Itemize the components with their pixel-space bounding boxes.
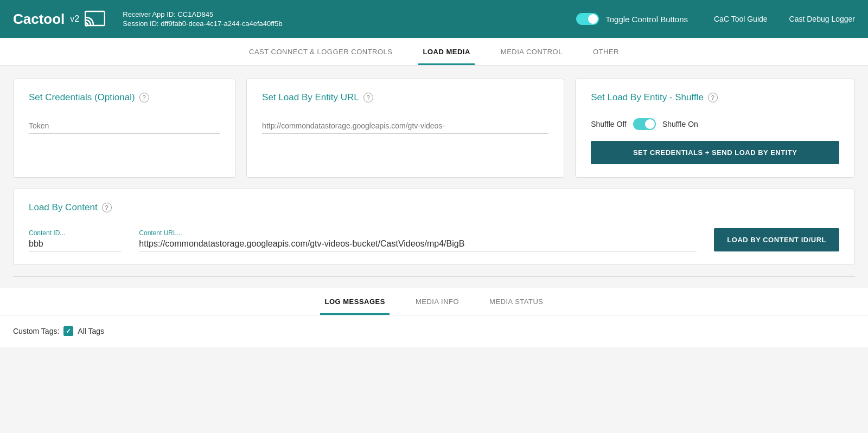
header-nav: CaC Tool Guide Cast Debug Logger — [714, 15, 855, 23]
all-tags-label: All Tags — [78, 327, 104, 335]
content-url-value[interactable]: https://commondatastorage.googleapis.com… — [139, 239, 697, 251]
content-id-group: Content ID... bbb — [29, 229, 122, 251]
token-input[interactable] — [29, 118, 220, 134]
entity-url-input[interactable] — [262, 118, 548, 134]
shuffle-toggle-row: Shuffle Off Shuffle On — [591, 118, 839, 130]
cast-debug-logger-link[interactable]: Cast Debug Logger — [789, 15, 855, 23]
load-content-help-icon[interactable]: ? — [102, 203, 112, 212]
tab-cast-connect[interactable]: CAST CONNECT & LOGGER CONTROLS — [245, 38, 397, 65]
toggle-area: Toggle Control Buttons — [576, 13, 688, 25]
tab-other[interactable]: OTHER — [589, 38, 623, 65]
receiver-app-id: Receiver App ID: CC1AD845 — [123, 10, 576, 18]
logo-area: Cactool v2 — [13, 10, 105, 28]
tab-log-messages[interactable]: LOG MESSAGES — [320, 288, 389, 315]
load-by-content-button[interactable]: LOAD BY CONTENT ID/URL — [714, 228, 839, 251]
load-content-fields: Content ID... bbb Content URL... https:/… — [29, 228, 839, 251]
shuffle-on-label: Shuffle On — [662, 120, 698, 128]
cac-tool-guide-link[interactable]: CaC Tool Guide — [714, 15, 768, 23]
app-header: Cactool v2 Receiver App ID: CC1AD845 Ses… — [0, 0, 868, 38]
content-url-label: Content URL... — [139, 229, 697, 237]
custom-tags-row: Custom Tags: All Tags — [13, 326, 855, 336]
bottom-content: Custom Tags: All Tags — [0, 315, 868, 347]
card-entity-url: Set Load By Entity URL ? — [246, 79, 564, 178]
card-credentials: Set Credentials (Optional) ? — [13, 79, 235, 178]
cast-icon — [85, 10, 105, 28]
shuffle-toggle[interactable] — [633, 118, 656, 130]
entity-url-help-icon[interactable]: ? — [363, 93, 373, 102]
toggle-control-buttons[interactable] — [576, 13, 599, 25]
card-shuffle: Set Load By Entity - Shuffle ? Shuffle O… — [575, 79, 855, 178]
tab-media-status[interactable]: MEDIA STATUS — [485, 288, 547, 315]
main-content: Set Credentials (Optional) ? Set Load By… — [0, 66, 868, 360]
session-id: Session ID: dff9fab0-dcea-4c17-a244-ca4e… — [123, 20, 576, 28]
credentials-help-icon[interactable]: ? — [139, 93, 149, 102]
shuffle-off-label: Shuffle Off — [591, 120, 627, 128]
bottom-tabs: LOG MESSAGES MEDIA INFO MEDIA STATUS — [0, 288, 868, 315]
cards-row: Set Credentials (Optional) ? Set Load By… — [13, 79, 855, 178]
set-credentials-send-load-button[interactable]: SET CREDENTIALS + SEND LOAD BY ENTITY — [591, 141, 839, 164]
card-load-content: Load By Content ? Content ID... bbb Cont… — [13, 189, 855, 265]
toggle-label: Toggle Control Buttons — [605, 15, 688, 24]
entity-url-title: Set Load By Entity URL ? — [262, 92, 548, 103]
tab-load-media[interactable]: LOAD MEDIA — [418, 38, 474, 65]
shuffle-help-icon[interactable]: ? — [708, 93, 718, 102]
logo-version: v2 — [70, 14, 79, 24]
tab-media-control[interactable]: MEDIA CONTROL — [496, 38, 567, 65]
load-content-title: Load By Content ? — [29, 202, 839, 213]
content-id-label: Content ID... — [29, 229, 122, 237]
custom-tags-label: Custom Tags: — [13, 327, 59, 335]
section-divider — [13, 276, 855, 277]
credentials-title: Set Credentials (Optional) ? — [29, 92, 220, 103]
svg-point-1 — [85, 24, 87, 27]
content-url-group: Content URL... https://commondatastorage… — [139, 229, 697, 251]
all-tags-checkbox[interactable] — [63, 326, 73, 336]
main-tabs: CAST CONNECT & LOGGER CONTROLS LOAD MEDI… — [0, 38, 868, 66]
content-id-value[interactable]: bbb — [29, 239, 122, 251]
tab-media-info[interactable]: MEDIA INFO — [411, 288, 463, 315]
shuffle-title: Set Load By Entity - Shuffle ? — [591, 92, 839, 103]
header-info: Receiver App ID: CC1AD845 Session ID: df… — [123, 10, 576, 28]
logo-text: Cactool — [13, 11, 65, 28]
svg-rect-0 — [85, 11, 105, 25]
